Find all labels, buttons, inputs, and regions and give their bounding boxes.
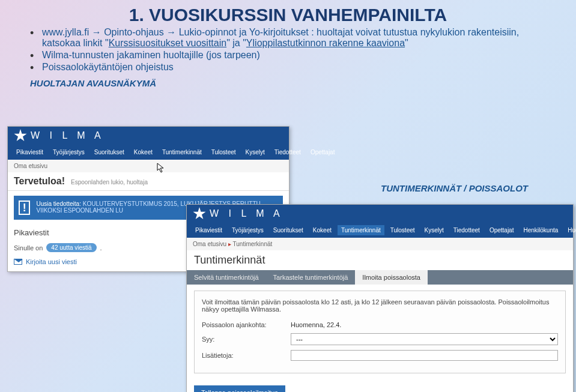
nav2-kyselyt[interactable]: Kyselyt	[421, 225, 447, 235]
welcome-title: Tervetuloa!	[14, 176, 65, 187]
wilma-logo-2[interactable]: W I L M A	[193, 207, 283, 220]
nav-suoritukset[interactable]: Suoritukset	[91, 147, 128, 157]
link-kurssisuositukset[interactable]: Kurssisuositukset vuosittain	[109, 38, 227, 48]
submit-button[interactable]: Tallenna poissaoloilmoitus	[194, 385, 285, 392]
nav2-opettajat[interactable]: Opettajat	[486, 225, 518, 235]
nav-kyselyt[interactable]: Kyselyt	[242, 147, 268, 157]
subtabs: Selvitä tuntimerkintöjä Tarkastele tunti…	[187, 270, 573, 285]
nav-kokeet[interactable]: Kokeet	[130, 147, 156, 157]
nav2-tuntimerkinnat[interactable]: Tuntimerkinnät	[338, 225, 384, 235]
subtab-selvita[interactable]: Selvitä tuntimerkintöjä	[187, 270, 266, 285]
value-ajankohta: Huomenna, 22.4.	[291, 321, 558, 328]
breadcrumb-home[interactable]: Oma etusivu	[193, 241, 226, 247]
bullet-2: Wilma-tunnusten jakaminen huoltajille (j…	[30, 49, 546, 61]
nav2-suoritukset[interactable]: Suoritukset	[270, 225, 307, 235]
nav-opettajat[interactable]: Opettajat	[307, 147, 339, 157]
nav2-kokeet[interactable]: Kokeet	[309, 225, 335, 235]
bullet-1: www.jylla.fi → Opinto-ohjaus → Lukio-opi…	[30, 26, 546, 49]
nav2-henkilokunta[interactable]: Henkilökunta	[520, 225, 562, 235]
chevron-right-icon: ▸	[228, 241, 233, 247]
wilma-header-2: W I L M A	[187, 205, 573, 223]
label-ajankohta: Poissaolon ajankohta:	[202, 321, 286, 328]
wilma-header: W I L M A	[8, 127, 289, 145]
nav-pikaviestit[interactable]: Pikaviestit	[13, 147, 47, 157]
wilma-nav-2: Pikaviestit Työjärjestys Suoritukset Kok…	[187, 223, 573, 238]
label-lisatietoja: Lisätietoja:	[202, 352, 286, 359]
nav2-huoneet[interactable]: Huoneet	[564, 225, 576, 235]
bullet-list: www.jylla.fi → Opinto-ohjaus → Lukio-opi…	[0, 26, 576, 76]
breadcrumb-2: Oma etusivu ▸ Tuntimerkinnät	[187, 238, 573, 250]
subtab-ilmoita[interactable]: Ilmoita poissaolosta	[355, 270, 428, 285]
nav2-tyojarjestys[interactable]: Työjärjestys	[228, 225, 267, 235]
welcome-sub: Espoonlahden lukio, huoltaja	[71, 179, 148, 185]
unread-badge[interactable]: 42 uutta viestiä	[46, 243, 96, 252]
slide-title: 1. VUOSIKURSSIN VANHEMPAINILTA	[0, 0, 576, 26]
subheading-avaus: HUOLTAJAN AVAUSNÄKYMÄ	[0, 76, 576, 88]
subtab-tarkastele[interactable]: Tarkastele tuntimerkintöjä	[266, 270, 356, 285]
page-title: Tuntimerkinnät	[187, 250, 573, 270]
star-icon	[193, 207, 206, 220]
breadcrumb-current: Tuntimerkinnät	[233, 241, 273, 247]
nav2-tulosteet[interactable]: Tulosteet	[387, 225, 419, 235]
label-syy: Syy:	[202, 336, 286, 343]
nav-tuntimerkinnat[interactable]: Tuntimerkinnät	[159, 147, 205, 157]
wilma-tuntimerkinnat-window: W I L M A Pikaviestit Työjärjestys Suori…	[186, 204, 574, 392]
nav-tulosteet[interactable]: Tulosteet	[208, 147, 240, 157]
breadcrumb: Oma etusivu	[8, 160, 289, 172]
nav2-tiedotteet[interactable]: Tiedotteet	[450, 225, 484, 235]
wilma-nav: Pikaviestit Työjärjestys Suoritukset Kok…	[8, 145, 289, 160]
nav2-pikaviestit[interactable]: Pikaviestit	[192, 225, 226, 235]
label-tuntimerkinnat: TUNTIMERKINNÄT / POISSAOLOT	[381, 183, 528, 193]
link-ylioppilastutkinto[interactable]: Ylioppilastutkinnon rakenne kaaviona	[246, 38, 405, 48]
select-syy[interactable]: ---	[291, 333, 558, 345]
nav-tyojarjestys[interactable]: Työjärjestys	[49, 147, 88, 157]
exclamation-icon: !	[19, 201, 30, 215]
absence-form: Voit ilmoittaa tämän päivän poissaolosta…	[194, 291, 566, 373]
welcome-row: Tervetuloa! Espoonlahden lukio, huoltaja	[8, 172, 289, 191]
envelope-icon	[14, 259, 22, 265]
nav-tiedotteet[interactable]: Tiedotteet	[271, 147, 305, 157]
star-icon	[14, 129, 27, 142]
input-lisatietoja[interactable]	[291, 350, 558, 361]
wilma-logo[interactable]: W I L M A	[14, 129, 105, 142]
form-description: Voit ilmoittaa tämän päivän poissaolosta…	[202, 298, 558, 313]
bullet-3: Poissaolokäytäntöjen ohjeistus	[30, 61, 546, 73]
